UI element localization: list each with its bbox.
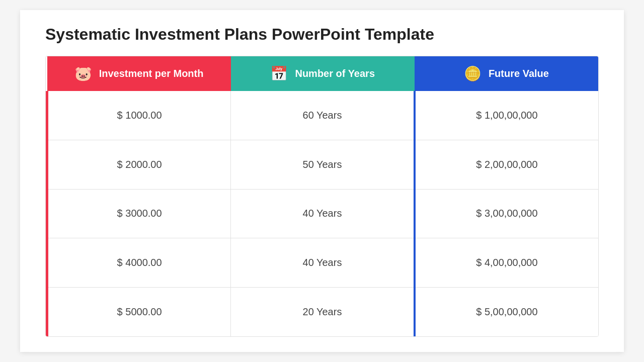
header-future-value-label: Future Value [489,68,549,79]
page-title: Systematic Investment Plans PowerPoint T… [45,25,599,44]
cell-years: 60 Years [231,91,415,140]
cell-investment: $ 4000.00 [47,238,231,288]
table-header-row: 🐷 Investment per Month 📅 Number of Years… [47,56,599,91]
table-row: $ 5000.0020 Years$ 5,00,00,000 [47,288,599,336]
piggy-bank-icon: 🐷 [74,65,92,82]
cell-investment: $ 2000.00 [47,140,231,189]
cell-investment: $ 3000.00 [47,189,231,238]
cell-future-value: $ 5,00,00,000 [415,288,598,336]
investment-table: 🐷 Investment per Month 📅 Number of Years… [46,56,598,336]
header-investment: 🐷 Investment per Month [47,56,231,91]
cell-years: 40 Years [231,189,415,238]
table-row: $ 3000.0040 Years$ 3,00,00,000 [47,189,599,238]
cell-future-value: $ 3,00,00,000 [415,189,598,238]
table-container: 🐷 Investment per Month 📅 Number of Years… [45,56,599,337]
header-years: 📅 Number of Years [231,56,415,91]
calendar-icon: 📅 [270,65,288,82]
header-investment-label: Investment per Month [99,68,204,79]
cell-future-value: $ 2,00,00,000 [415,140,598,189]
table-row: $ 4000.0040 Years$ 4,00,00,000 [47,238,599,288]
table-body: $ 1000.0060 Years$ 1,00,00,000$ 2000.005… [47,91,599,336]
cell-years: 40 Years [231,238,415,288]
coins-icon: 🪙 [464,65,481,82]
cell-future-value: $ 1,00,00,000 [415,91,598,140]
cell-investment: $ 1000.00 [47,91,231,140]
table-row: $ 2000.0050 Years$ 2,00,00,000 [47,140,599,189]
header-future-value: 🪙 Future Value [415,56,598,91]
cell-years: 20 Years [231,288,415,336]
header-years-label: Number of Years [295,68,375,79]
table-row: $ 1000.0060 Years$ 1,00,00,000 [47,91,599,140]
cell-future-value: $ 4,00,00,000 [415,238,598,288]
slide: Systematic Investment Plans PowerPoint T… [20,10,624,352]
cell-years: 50 Years [231,140,415,189]
cell-investment: $ 5000.00 [47,288,231,336]
